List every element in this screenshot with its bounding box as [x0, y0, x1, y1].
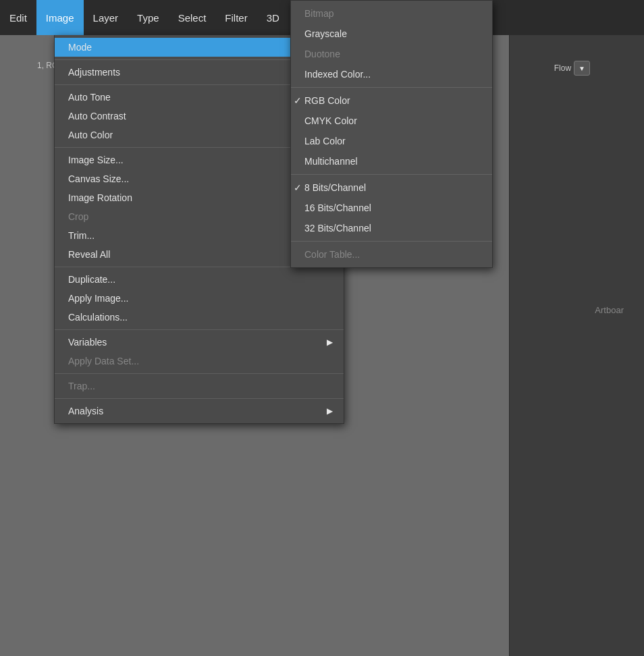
submenu-item-label: Duotone	[304, 49, 340, 59]
right-panel: Artboar	[509, 35, 644, 656]
submenu-item-label: RGB Color	[304, 95, 350, 106]
menu-item-label: Mode	[68, 42, 92, 53]
submenu-item-label: 16 Bits/Channel	[304, 202, 371, 213]
menu-item-label: Canvas Size...	[68, 173, 129, 184]
menu-item-label: Calculations...	[68, 312, 128, 323]
menu-item-label: Auto Color	[68, 130, 113, 140]
submenu-item-label: Grayscale	[304, 28, 347, 39]
menu-separator	[55, 329, 344, 330]
submenu-separator	[291, 174, 492, 175]
submenu-item-label: Lab Color	[304, 136, 346, 146]
menu-item-label: Crop	[68, 211, 88, 222]
menu-item-calculations[interactable]: Calculations...	[55, 308, 344, 327]
artboard-label: Artboar	[595, 305, 624, 315]
submenu-arrow-icon: ▶	[327, 337, 333, 347]
menu-item-label: Apply Image...	[68, 293, 129, 304]
menu-item-label: Variables	[68, 337, 107, 348]
submenu-item-grayscale[interactable]: Grayscale	[291, 24, 492, 44]
menu-item-label: Duplicate...	[68, 274, 115, 285]
menu-item-label: Trim...	[68, 230, 95, 241]
menu-item-label: Image Rotation	[68, 192, 132, 203]
submenu-item-multichannel[interactable]: Multichannel	[291, 151, 492, 171]
menu-item-label: Analysis	[68, 406, 103, 416]
submenu-item-label: CMYK Color	[304, 115, 357, 126]
menu-item-label: Image Size...	[68, 155, 124, 165]
submenu-item-duotone: Duotone	[291, 44, 492, 64]
flow-select[interactable]: ▼	[574, 61, 590, 76]
submenu-item-rgb-color[interactable]: ✓RGB Color	[291, 90, 492, 111]
flow-label: Flow	[554, 63, 571, 73]
submenu-item-32-bits[interactable]: 32 Bits/Channel	[291, 218, 492, 238]
menu-item-analysis[interactable]: Analysis▶	[55, 402, 344, 420]
menu-item-label: Adjustments	[68, 67, 120, 78]
menu-item-apply-image[interactable]: Apply Image...	[55, 289, 344, 308]
menubar-item-3d[interactable]: 3D	[257, 0, 289, 35]
submenu-arrow-icon: ▶	[327, 406, 333, 416]
flow-area: Flow ▼	[554, 61, 590, 76]
mode-submenu: BitmapGrayscaleDuotoneIndexed Color...✓R…	[290, 0, 493, 268]
submenu-separator	[291, 241, 492, 242]
menubar-item-filter[interactable]: Filter	[215, 0, 257, 35]
menu-item-label: Apply Data Set...	[68, 356, 139, 366]
menubar-item-layer[interactable]: Layer	[84, 0, 128, 35]
submenu-separator	[291, 87, 492, 88]
menu-item-label: Auto Tone	[68, 92, 111, 103]
submenu-item-label: 32 Bits/Channel	[304, 223, 371, 234]
menu-item-duplicate[interactable]: Duplicate...	[55, 270, 344, 289]
menu-item-apply-data-set: Apply Data Set...	[55, 352, 344, 371]
menu-separator	[55, 398, 344, 399]
submenu-item-lab-color[interactable]: Lab Color	[291, 131, 492, 151]
menubar-item-image[interactable]: Image	[36, 0, 84, 35]
submenu-item-16-bits[interactable]: 16 Bits/Channel	[291, 198, 492, 218]
menu-item-variables[interactable]: Variables▶	[55, 333, 344, 352]
menu-item-label: Reveal All	[68, 249, 110, 260]
submenu-item-label: Multichannel	[304, 156, 358, 167]
menubar-item-type[interactable]: Type	[128, 0, 169, 35]
menubar-item-select[interactable]: Select	[169, 0, 216, 35]
submenu-item-cmyk-color[interactable]: CMYK Color	[291, 111, 492, 131]
submenu-item-label: Color Table...	[304, 249, 360, 260]
menu-item-label: Trap...	[68, 381, 95, 391]
submenu-item-label: 8 Bits/Channel	[304, 182, 366, 193]
checkmark-icon: ✓	[294, 182, 302, 193]
menu-separator	[55, 373, 344, 374]
submenu-item-label: Indexed Color...	[304, 69, 371, 80]
checkmark-icon: ✓	[294, 95, 302, 106]
submenu-item-8-bits[interactable]: ✓8 Bits/Channel	[291, 177, 492, 198]
submenu-item-color-table: Color Table...	[291, 244, 492, 265]
menubar-item-edit[interactable]: Edit	[0, 0, 36, 35]
submenu-item-indexed-color[interactable]: Indexed Color...	[291, 64, 492, 84]
menu-item-trap: Trap...	[55, 377, 344, 395]
submenu-item-label: Bitmap	[304, 8, 334, 19]
submenu-item-bitmap: Bitmap	[291, 3, 492, 24]
menu-item-label: Auto Contrast	[68, 111, 126, 121]
